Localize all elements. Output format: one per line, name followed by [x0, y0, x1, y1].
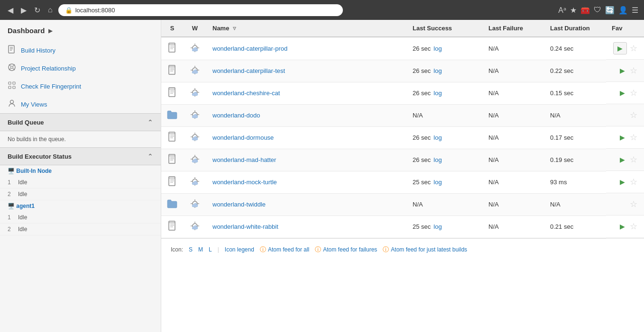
- dashboard-header[interactable]: Dashboard ▶: [0, 20, 161, 41]
- job-link[interactable]: wonderland-caterpillar-test: [212, 67, 285, 74]
- favorite-button[interactable]: ☆: [629, 153, 638, 166]
- icon-size-m-link[interactable]: M: [198, 246, 203, 253]
- sync-icon[interactable]: 🔄: [605, 6, 615, 15]
- favorite-button[interactable]: ☆: [629, 198, 638, 210]
- build-executor-collapse-icon: ⌃: [147, 153, 153, 160]
- job-link[interactable]: wonderland-dormouse: [212, 134, 274, 141]
- table-row: wonderland-cheshire-cat26 seclogN/A0.15 …: [161, 82, 644, 104]
- icon-label: Icon:: [171, 246, 183, 253]
- last-duration-time: N/A: [550, 201, 561, 208]
- sidebar-item-project-relationship[interactable]: Project Relationship: [0, 59, 161, 77]
- favorite-button[interactable]: ☆: [629, 220, 638, 233]
- col-header-last-failure[interactable]: Last Failure: [483, 20, 544, 37]
- nav-forward-button[interactable]: ▶: [19, 4, 28, 17]
- atom-all-link[interactable]: ⓘ Atom feed for all: [260, 245, 309, 254]
- job-link[interactable]: wonderland-mock-turtle: [212, 179, 277, 186]
- sort-arrow-icon: ▿: [233, 25, 236, 32]
- status-cell: [161, 37, 183, 60]
- col-header-fav[interactable]: Fav: [606, 20, 644, 37]
- log-link[interactable]: log: [433, 45, 442, 52]
- log-link[interactable]: log: [433, 156, 442, 163]
- run-button[interactable]: ▶: [618, 176, 627, 188]
- book-icon: [168, 47, 176, 54]
- favorite-button[interactable]: ☆: [629, 131, 638, 144]
- favorite-button[interactable]: ☆: [629, 176, 638, 188]
- job-link[interactable]: wonderland-dodo: [212, 112, 260, 119]
- favorite-button[interactable]: ☆: [629, 87, 638, 99]
- log-link[interactable]: log: [433, 179, 442, 186]
- my-views-label: My Views: [21, 101, 47, 108]
- last-failure-cell: N/A: [483, 82, 544, 104]
- build-executor-section-header[interactable]: Build Executor Status ⌃: [0, 147, 161, 165]
- jobs-table: S W Name ▿ Last Success Last Failure: [161, 20, 644, 238]
- log-link[interactable]: log: [433, 223, 442, 230]
- job-link[interactable]: wonderland-twiddle: [212, 201, 266, 208]
- favorite-button[interactable]: ☆: [629, 64, 638, 77]
- fav-cell: ▶☆: [606, 149, 644, 171]
- main-content: S W Name ▿ Last Success Last Failure: [161, 20, 644, 332]
- sidebar-item-build-history[interactable]: Build History: [0, 41, 161, 59]
- run-button[interactable]: ▶: [618, 221, 627, 232]
- profile-icon[interactable]: 👤: [618, 6, 628, 15]
- footer-separator: |: [218, 246, 219, 253]
- last-success-cell: N/A: [407, 104, 483, 126]
- col-header-last-success[interactable]: Last Success: [407, 20, 483, 37]
- run-button[interactable]: ▶: [618, 154, 627, 165]
- col-header-name[interactable]: Name ▿: [207, 20, 407, 37]
- sidebar-item-check-file-fingerprint[interactable]: Check File Fingerprint: [0, 77, 161, 95]
- fav-cell: ▶☆: [606, 60, 644, 82]
- status-cell: [161, 149, 183, 171]
- weather-icon: [190, 203, 200, 210]
- icon-size-s-link[interactable]: S: [189, 246, 193, 253]
- last-duration-time: 0.24 sec: [550, 45, 573, 52]
- folder-icon: [167, 114, 177, 121]
- agent1-link[interactable]: 🖥️ agent1: [0, 200, 161, 212]
- extensions-icon[interactable]: 🧰: [580, 6, 590, 15]
- last-success-cell: N/A: [407, 193, 483, 215]
- run-button[interactable]: ▶: [618, 65, 627, 76]
- col-header-last-duration[interactable]: Last Duration: [544, 20, 606, 37]
- log-link[interactable]: log: [433, 90, 442, 97]
- build-queue-section-header[interactable]: Build Queue ⌃: [0, 113, 161, 131]
- run-button[interactable]: ▶: [618, 87, 627, 99]
- icon-legend-label: Icon legend: [225, 246, 254, 253]
- agent1-executor-2: 2 Idle: [0, 224, 161, 235]
- status-cell: [161, 126, 183, 149]
- run-button[interactable]: ▶: [618, 132, 627, 143]
- col-header-s[interactable]: S: [161, 20, 183, 37]
- shield-icon[interactable]: 🛡: [594, 6, 601, 14]
- icon-size-l-link[interactable]: L: [209, 246, 212, 253]
- translate-icon[interactable]: Aᵃ: [558, 6, 566, 15]
- job-link[interactable]: wonderland-mad-hatter: [212, 156, 276, 163]
- last-failure-cell: N/A: [483, 193, 544, 215]
- name-cell: wonderland-mad-hatter: [207, 149, 407, 171]
- log-link[interactable]: log: [433, 134, 442, 141]
- job-link[interactable]: wonderland-cheshire-cat: [212, 90, 280, 97]
- built-in-executor-2: 2 Idle: [0, 188, 161, 200]
- last-failure-time: N/A: [488, 223, 499, 230]
- run-button[interactable]: ▶: [613, 42, 627, 54]
- menu-icon[interactable]: ☰: [632, 6, 638, 15]
- built-in-node-link[interactable]: 🖥️ Built-In Node: [0, 165, 161, 177]
- icon-legend-link[interactable]: Icon legend: [225, 246, 254, 253]
- atom-failures-link[interactable]: ⓘ Atom feed for failures: [315, 245, 377, 254]
- job-link[interactable]: wonderland-white-rabbit: [212, 223, 278, 230]
- col-header-w[interactable]: W: [183, 20, 207, 37]
- address-bar[interactable]: 🔒 localhost:8080: [58, 4, 343, 16]
- weather-cell: [183, 37, 207, 60]
- bookmark-icon[interactable]: ★: [570, 6, 577, 15]
- weather-cell: [183, 104, 207, 126]
- last-failure-cell: N/A: [483, 37, 544, 60]
- browser-chrome: ◀ ▶ ↻ ⌂ 🔒 localhost:8080 Aᵃ ★ 🧰 🛡 🔄 👤 ☰: [0, 0, 644, 20]
- last-failure-time: N/A: [488, 179, 499, 186]
- weather-icon: [190, 159, 200, 166]
- nav-back-button[interactable]: ◀: [6, 4, 15, 17]
- log-link[interactable]: log: [433, 67, 442, 74]
- job-link[interactable]: wonderland-caterpillar-prod: [212, 45, 287, 52]
- favorite-button[interactable]: ☆: [629, 42, 638, 54]
- favorite-button[interactable]: ☆: [629, 109, 638, 121]
- sidebar-item-my-views[interactable]: My Views: [0, 95, 161, 113]
- nav-home-button[interactable]: ⌂: [46, 4, 55, 16]
- nav-refresh-button[interactable]: ↻: [32, 4, 42, 17]
- atom-latest-link[interactable]: ⓘ Atom feed for just latest builds: [383, 245, 467, 254]
